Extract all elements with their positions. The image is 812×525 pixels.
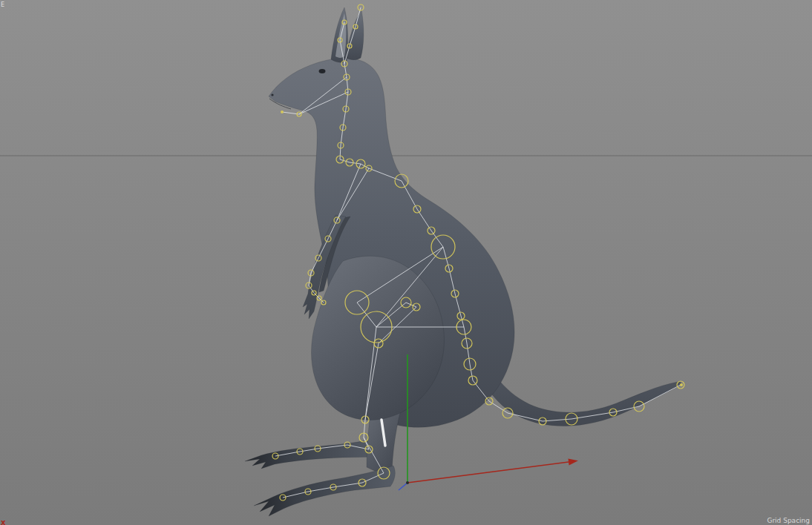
kangaroo-nostril: [271, 93, 273, 96]
grid-spacing-label: Grid Spacing: [767, 517, 810, 524]
corner-marker: E: [1, 1, 4, 8]
x-axis-arrowhead[interactable]: [568, 459, 577, 466]
kangaroo-eye: [319, 69, 326, 73]
kangaroo-model[interactable]: [245, 7, 681, 516]
joint[interactable]: [680, 383, 683, 386]
z-axis-handle[interactable]: [399, 483, 407, 490]
gizmo-origin[interactable]: [406, 481, 409, 484]
kangaroo-front-foot[interactable]: [254, 466, 395, 516]
world-axis-label: x: [1, 518, 5, 525]
bone[interactable]: [364, 420, 365, 438]
3d-viewport[interactable]: E x Grid Spacing: [0, 0, 812, 525]
scene-canvas[interactable]: [0, 0, 812, 525]
x-axis-handle[interactable]: [407, 462, 569, 483]
kangaroo-ear-back[interactable]: [346, 10, 364, 60]
kangaroo-back-foot[interactable]: [245, 438, 382, 469]
joint[interactable]: [281, 110, 284, 113]
